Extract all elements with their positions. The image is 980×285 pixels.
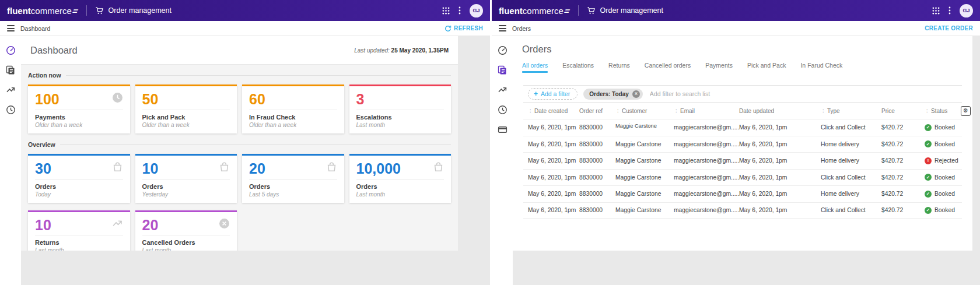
app-switcher[interactable]: Order management — [587, 6, 663, 15]
sort-handle-icon: ⋮ — [528, 108, 533, 114]
table-settings-gear-icon[interactable]: ⚙ — [961, 106, 971, 116]
metric-card-pick-and-pack-older-than-a-week[interactable]: 50Pick and PackOlder than a week — [135, 85, 237, 133]
metric-card-escalations-last-month[interactable]: 3EscalationsLast month — [349, 85, 452, 133]
product-name: Order management — [108, 6, 172, 15]
metric-card-payments-older-than-a-week[interactable]: 100PaymentsOlder than a week — [28, 85, 130, 133]
last-updated-value: 25 May 2020, 1.35PM — [391, 47, 449, 54]
section-title: Overview — [28, 141, 451, 148]
app-header: fluentcommerce= Order management GJ — [0, 0, 490, 21]
returns-icon[interactable] — [6, 85, 16, 95]
section-action-now: Action now100PaymentsOlder than a week50… — [28, 72, 451, 133]
pending-icon[interactable] — [498, 105, 508, 115]
column-header-email[interactable]: ⋮Email — [674, 108, 739, 114]
last-updated-label: Last updated: — [354, 47, 390, 54]
orders-table: + Add a filter Orders: Today ✕ ⋮Date cre… — [523, 85, 962, 251]
dashboard-icon[interactable] — [498, 45, 508, 55]
metric-sublabel: Last 5 days — [249, 191, 337, 198]
column-header-customer[interactable]: ⋮Customer — [615, 108, 674, 114]
page-header: Dashboard Last updated: 25 May 2020, 1.3… — [21, 36, 458, 64]
table-row[interactable]: May 6, 2020, 1pm8830000Maggie Carstonema… — [523, 185, 962, 202]
tab-payments[interactable]: Payments — [705, 62, 733, 73]
apps-grid-icon[interactable] — [442, 7, 450, 15]
metric-card-orders-yesterday[interactable]: 10OrdersYesterday — [135, 154, 237, 203]
cell-date-updated: May 6, 2020, 1pm — [739, 141, 821, 147]
column-header-order-ref[interactable]: Order ref — [579, 108, 615, 114]
metric-card-returns-last-month[interactable]: 10ReturnsLast month — [28, 210, 130, 251]
user-avatar[interactable]: GJ — [470, 4, 483, 17]
metric-value: 10,000 — [356, 160, 401, 177]
apps-grid-icon[interactable] — [932, 7, 940, 15]
tab-all-orders[interactable]: All orders — [522, 62, 548, 73]
metric-label: Cancelled Orders — [142, 239, 230, 246]
cell-price: $420.72 — [881, 124, 925, 131]
returns-icon — [112, 218, 123, 229]
tab-returns[interactable]: Returns — [608, 62, 630, 73]
table-row[interactable]: May 6, 2020, 1pm8830000Maggie Carstonema… — [523, 152, 962, 169]
table-row[interactable]: May 6, 2020, 1pm8830000Maggie Carstonema… — [523, 202, 962, 219]
cancel-icon — [219, 218, 230, 229]
cart-icon — [587, 6, 596, 15]
hamburger-menu-icon[interactable] — [499, 25, 506, 31]
metric-label: Orders — [142, 183, 230, 190]
dashboard-icon[interactable] — [6, 45, 16, 55]
column-header-type[interactable]: ⋮Type — [821, 108, 881, 114]
orders-icon[interactable] — [498, 65, 508, 75]
cell-price: $420.72 — [881, 191, 925, 197]
tab-cancelled-orders[interactable]: Cancelled orders — [645, 62, 691, 73]
cell-type: Click and Collect — [821, 174, 881, 181]
metric-card-in-fraud-check-older-than-a-week[interactable]: 60In Fraud CheckOlder than a week — [242, 85, 344, 133]
kebab-menu-icon[interactable] — [459, 6, 461, 15]
create-order-button[interactable]: CREATE ORDER — [925, 25, 973, 31]
cell-type: Home delivery — [821, 141, 881, 147]
product-name: Order management — [600, 6, 663, 15]
column-header-date-created[interactable]: ⋮Date created — [528, 108, 579, 114]
cell-order-ref: 8830000 — [579, 207, 615, 213]
metric-value: 20 — [142, 217, 159, 234]
table-row[interactable]: May 6, 2020, 1pm8830000Maggie Carstonema… — [523, 119, 962, 136]
hamburger-menu-icon[interactable] — [7, 25, 15, 31]
status-check-icon: ✓ — [925, 124, 932, 131]
column-label: Price — [881, 108, 895, 114]
column-label: Status — [931, 108, 947, 114]
user-avatar[interactable]: GJ — [960, 4, 973, 17]
metric-card-orders-today[interactable]: 30OrdersToday — [28, 154, 130, 203]
breadcrumb: Dashboard — [20, 25, 50, 32]
refresh-button[interactable]: REFRESH — [444, 25, 483, 32]
metric-card-orders-last-5-days[interactable]: 20OrdersLast 5 days — [242, 154, 344, 203]
metric-value: 100 — [35, 91, 60, 108]
cell-customer: Maggie Carstone — [615, 157, 674, 164]
pending-icon[interactable] — [6, 105, 16, 115]
column-header-status[interactable]: ⋮Status — [925, 108, 961, 114]
tab-escalations[interactable]: Escalations — [562, 62, 594, 73]
kebab-menu-icon[interactable] — [949, 6, 951, 15]
metric-card-cancelled-orders-last-month[interactable]: 20Cancelled OrdersLast month — [135, 210, 237, 251]
tab-pick-and-pack[interactable]: Pick and Pack — [747, 62, 786, 73]
section-title: Action now — [28, 72, 451, 79]
metric-value: 10 — [142, 160, 159, 177]
cell-type: Home delivery — [821, 157, 881, 164]
tab-in-farud-check[interactable]: In Farud Check — [800, 62, 842, 73]
sub-header: Dashboard REFRESH — [0, 21, 490, 36]
table-row[interactable]: May 6, 2020, 1pm8830000Maggie Carstonema… — [523, 169, 962, 186]
column-header-date-updated[interactable]: Date updated — [739, 108, 821, 114]
cell-status: ✓Booked — [925, 140, 961, 147]
filter-chip-orders-today[interactable]: Orders: Today ✕ — [583, 89, 643, 100]
metric-card-orders-last-month[interactable]: 10,000OrdersLast month — [349, 154, 452, 203]
table-row[interactable]: May 6, 2020, 1pm8830000Maggie Carstonema… — [523, 136, 962, 153]
cell-email: maggiecarstone@gm..... — [674, 157, 739, 164]
cell-status: ✓Booked — [925, 207, 961, 214]
bag-icon — [112, 161, 123, 173]
refresh-label: REFRESH — [454, 25, 483, 31]
filter-search-input[interactable] — [650, 90, 778, 97]
orders-icon[interactable] — [6, 65, 16, 75]
add-filter-button[interactable]: + Add a filter — [528, 88, 578, 100]
returns-icon[interactable] — [498, 85, 508, 95]
metric-label: In Fraud Check — [249, 114, 337, 121]
remove-filter-icon[interactable]: ✕ — [632, 90, 640, 98]
metric-sublabel: Last month — [35, 247, 123, 251]
payments-icon[interactable] — [498, 125, 508, 135]
app-switcher[interactable]: Order management — [95, 6, 172, 15]
logo-mark-icon: = — [71, 6, 80, 16]
breadcrumb: Orders — [512, 25, 531, 32]
column-header-price[interactable]: Price — [881, 108, 925, 114]
